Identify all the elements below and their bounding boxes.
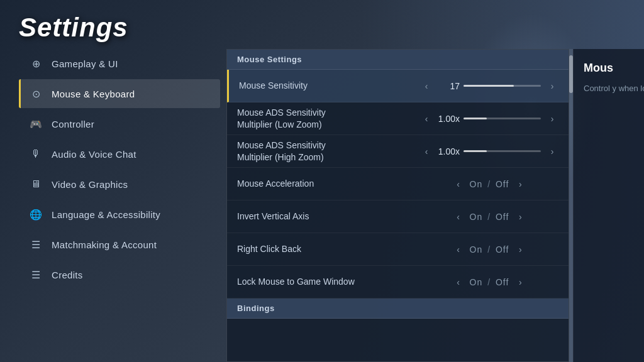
- sidebar-item-controller[interactable]: 🎮Controller: [19, 109, 220, 138]
- value-ads-sensitivity-high: 1.00x: [438, 146, 460, 156]
- matchmaking-icon: ☰: [29, 238, 43, 251]
- on-label-lock-mouse: On: [470, 277, 483, 287]
- scrollbar[interactable]: [569, 49, 573, 362]
- slider-container-mouse-sensitivity: 17: [438, 81, 541, 91]
- off-label-lock-mouse: Off: [496, 277, 509, 287]
- setting-row-mouse-acceleration[interactable]: Mouse Acceleration‹On / Off›: [227, 168, 569, 200]
- setting-name-invert-vertical: Invert Vertical Axis: [237, 211, 420, 222]
- slider-fill-ads-sensitivity-high: [464, 150, 487, 152]
- toggle-invert-vertical: On / Off: [470, 212, 509, 222]
- arrow-right-lock-mouse[interactable]: ›: [514, 277, 526, 287]
- right-panel: Mouse Settings Mouse Sensitivity‹17›Mous…: [226, 49, 644, 362]
- slash-lock-mouse: /: [484, 277, 494, 287]
- slash-right-click-back: /: [484, 244, 494, 255]
- off-label-invert-vertical: Off: [496, 212, 509, 222]
- sidebar: ⊕Gameplay & UI⊙Mouse & Keyboard🎮Controll…: [19, 49, 226, 362]
- arrow-right-invert-vertical[interactable]: ›: [514, 212, 526, 222]
- setting-control-invert-vertical: ‹On / Off›: [420, 212, 558, 222]
- slider-container-ads-sensitivity-high: 1.00x: [438, 146, 541, 156]
- setting-row-invert-vertical[interactable]: Invert Vertical Axis‹On / Off›: [227, 200, 569, 233]
- desc-text: Control y when loo: [584, 82, 644, 95]
- toggle-lock-mouse: On / Off: [470, 277, 509, 287]
- content-area: ⊕Gameplay & UI⊙Mouse & Keyboard🎮Controll…: [0, 49, 644, 362]
- sidebar-label-credits: Credits: [52, 270, 83, 280]
- on-label-right-click-back: On: [470, 244, 483, 255]
- slider-track-ads-sensitivity-low[interactable]: [464, 118, 541, 119]
- slider-container-ads-sensitivity-low: 1.00x: [438, 114, 541, 124]
- scrollbar-thumb[interactable]: [569, 55, 573, 93]
- gameplay-icon: ⊕: [29, 57, 43, 70]
- sidebar-item-video[interactable]: 🖥Video & Graphics: [19, 170, 220, 199]
- audio-icon: 🎙: [29, 147, 43, 161]
- arrow-right-mouse-acceleration[interactable]: ›: [514, 179, 526, 189]
- setting-name-lock-mouse: Lock Mouse to Game Window: [237, 276, 420, 287]
- arrow-right-ads-sensitivity-low[interactable]: ›: [546, 114, 558, 124]
- off-label-mouse-acceleration: Off: [496, 179, 509, 189]
- sidebar-label-matchmaking: Matchmaking & Account: [52, 239, 157, 250]
- title-bar: Settings: [0, 0, 644, 49]
- sidebar-label-video: Video & Graphics: [52, 179, 128, 190]
- slider-track-ads-sensitivity-high[interactable]: [464, 150, 541, 152]
- setting-row-right-click-back[interactable]: Right Click Back‹On / Off›: [227, 233, 569, 266]
- sidebar-item-audio[interactable]: 🎙Audio & Voice Chat: [19, 140, 220, 168]
- sidebar-label-mouse: Mouse & Keyboard: [52, 89, 135, 99]
- setting-name-mouse-acceleration: Mouse Acceleration: [237, 178, 420, 189]
- setting-control-right-click-back: ‹On / Off›: [420, 244, 558, 255]
- slash-mouse-acceleration: /: [484, 179, 494, 189]
- arrow-left-invert-vertical[interactable]: ‹: [452, 212, 465, 222]
- arrow-left-ads-sensitivity-low[interactable]: ‹: [420, 114, 433, 124]
- sidebar-item-gameplay[interactable]: ⊕Gameplay & UI: [19, 49, 220, 78]
- arrow-right-ads-sensitivity-high[interactable]: ›: [546, 146, 558, 156]
- setting-name-right-click-back: Right Click Back: [237, 243, 420, 255]
- off-label-right-click-back: Off: [496, 244, 509, 255]
- desc-title: Mous: [584, 62, 644, 75]
- controller-icon: 🎮: [29, 117, 43, 131]
- value-ads-sensitivity-low: 1.00x: [438, 114, 460, 124]
- section-header-mouse: Mouse Settings: [227, 50, 569, 70]
- arrow-left-mouse-acceleration[interactable]: ‹: [452, 179, 465, 189]
- slash-invert-vertical: /: [484, 212, 494, 222]
- sidebar-item-matchmaking[interactable]: ☰Matchmaking & Account: [19, 230, 220, 259]
- arrow-right-mouse-sensitivity[interactable]: ›: [546, 81, 558, 91]
- video-icon: 🖥: [29, 177, 43, 191]
- setting-name-ads-sensitivity-high: Mouse ADS Sensitivity Multiplier (High Z…: [237, 140, 420, 162]
- sidebar-item-mouse[interactable]: ⊙Mouse & Keyboard: [19, 79, 220, 108]
- setting-name-ads-sensitivity-low: Mouse ADS Sensitivity Multiplier (Low Zo…: [237, 107, 420, 129]
- description-panel: Mous Control y when loo: [573, 49, 644, 362]
- slider-fill-mouse-sensitivity: [464, 85, 514, 87]
- setting-control-mouse-sensitivity: ‹17›: [420, 81, 558, 91]
- slider-track-mouse-sensitivity[interactable]: [464, 85, 541, 87]
- setting-control-lock-mouse: ‹On / Off›: [420, 277, 558, 287]
- arrow-left-mouse-sensitivity[interactable]: ‹: [420, 81, 433, 91]
- page-title: Settings: [19, 13, 625, 43]
- toggle-right-click-back: On / Off: [470, 244, 509, 255]
- setting-row-mouse-sensitivity[interactable]: Mouse Sensitivity‹17›: [227, 70, 569, 102]
- section-header-bindings: Bindings: [227, 299, 569, 319]
- arrow-left-lock-mouse[interactable]: ‹: [452, 277, 465, 287]
- setting-control-ads-sensitivity-high: ‹1.00x›: [420, 146, 558, 156]
- setting-name-mouse-sensitivity: Mouse Sensitivity: [239, 80, 420, 91]
- sidebar-label-controller: Controller: [52, 119, 94, 129]
- on-label-invert-vertical: On: [470, 212, 483, 222]
- sidebar-label-audio: Audio & Voice Chat: [52, 149, 136, 160]
- value-mouse-sensitivity: 17: [438, 81, 460, 91]
- arrow-right-right-click-back[interactable]: ›: [514, 244, 526, 255]
- mouse-icon: ⊙: [29, 87, 43, 101]
- slider-fill-ads-sensitivity-low: [464, 118, 487, 119]
- setting-row-lock-mouse[interactable]: Lock Mouse to Game Window‹On / Off›: [227, 266, 569, 299]
- credits-icon: ☰: [29, 268, 43, 282]
- sidebar-item-credits[interactable]: ☰Credits: [19, 260, 220, 289]
- setting-row-ads-sensitivity-low[interactable]: Mouse ADS Sensitivity Multiplier (Low Zo…: [227, 102, 569, 135]
- arrow-left-right-click-back[interactable]: ‹: [452, 244, 465, 255]
- sidebar-item-language[interactable]: 🌐Language & Accessibility: [19, 200, 220, 229]
- on-label-mouse-acceleration: On: [470, 179, 483, 189]
- settings-panel: Mouse Settings Mouse Sensitivity‹17›Mous…: [226, 49, 569, 362]
- sidebar-label-language: Language & Accessibility: [52, 209, 160, 220]
- setting-row-ads-sensitivity-high[interactable]: Mouse ADS Sensitivity Multiplier (High Z…: [227, 135, 569, 168]
- sidebar-label-gameplay: Gameplay & UI: [52, 58, 118, 69]
- toggle-mouse-acceleration: On / Off: [470, 179, 509, 189]
- setting-control-mouse-acceleration: ‹On / Off›: [420, 179, 558, 189]
- main-container: Settings ⊕Gameplay & UI⊙Mouse & Keyboard…: [0, 0, 644, 362]
- arrow-left-ads-sensitivity-high[interactable]: ‹: [420, 146, 433, 156]
- language-icon: 🌐: [29, 207, 43, 221]
